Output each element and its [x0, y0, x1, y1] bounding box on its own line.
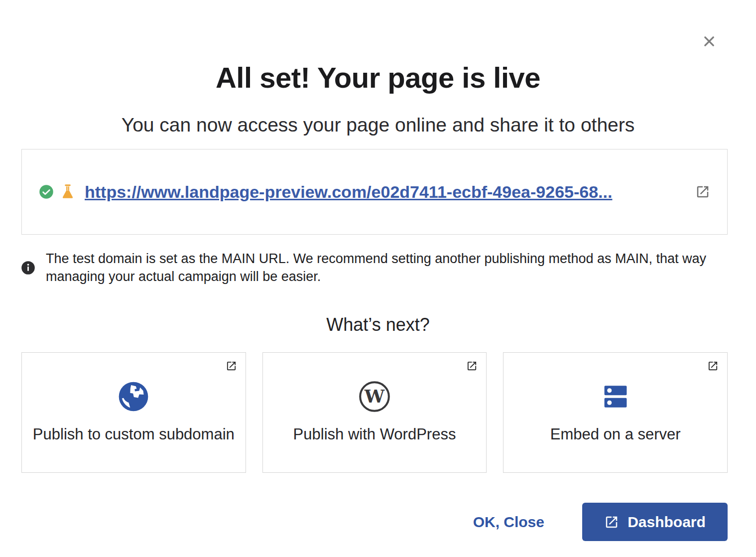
test-domain-note: The test domain is set as the MAIN URL. …: [21, 250, 728, 285]
card-label: Embed on a server: [550, 425, 681, 443]
whats-next-cards: Publish to custom subdomain W Publish wi…: [21, 352, 728, 473]
open-in-new-icon: [226, 360, 237, 372]
wordpress-icon: W: [359, 381, 390, 413]
dashboard-button[interactable]: Dashboard: [582, 503, 728, 541]
preview-url-box: https://www.landpage-preview.com/e02d741…: [21, 149, 728, 235]
open-in-new-icon: [707, 360, 719, 372]
publish-success-modal: All set! Your page is live You can now a…: [0, 0, 756, 541]
close-icon: [702, 34, 717, 50]
card-label: Publish to custom subdomain: [33, 425, 235, 443]
preview-url-link[interactable]: https://www.landpage-preview.com/e02d741…: [85, 182, 685, 202]
page-title: All set! Your page is live: [0, 0, 756, 94]
card-publish-wordpress[interactable]: W Publish with WordPress: [262, 352, 487, 473]
svg-text:W: W: [364, 386, 385, 407]
open-in-new-icon: [466, 360, 478, 372]
modal-footer: OK, Close Dashboard: [0, 503, 756, 541]
check-circle-icon: [39, 184, 54, 199]
open-in-new-icon: [604, 515, 619, 530]
card-embed-server[interactable]: Embed on a server: [503, 352, 728, 473]
server-icon: [600, 381, 631, 413]
close-button[interactable]: [699, 32, 719, 52]
whats-next-title: What’s next?: [0, 314, 756, 335]
info-icon: [21, 261, 35, 275]
globe-icon: [118, 381, 149, 413]
note-text: The test domain is set as the MAIN URL. …: [46, 250, 728, 285]
open-url-external-icon[interactable]: [695, 184, 710, 199]
card-label: Publish with WordPress: [293, 425, 456, 443]
test-flask-icon: [60, 183, 76, 201]
dashboard-button-label: Dashboard: [628, 514, 706, 531]
ok-close-button[interactable]: OK, Close: [473, 514, 544, 531]
subtitle: You can now access your page online and …: [0, 114, 756, 136]
card-publish-custom-subdomain[interactable]: Publish to custom subdomain: [21, 352, 246, 473]
